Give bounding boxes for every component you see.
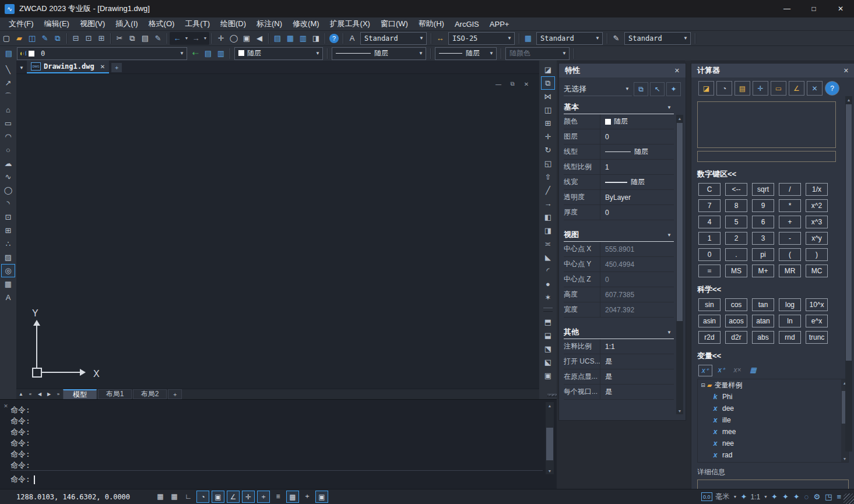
otrack-toggle[interactable]: ∠ xyxy=(227,491,240,503)
chevron-down-icon[interactable]: ▼ xyxy=(184,36,189,40)
undo-button[interactable]: ← xyxy=(171,32,184,45)
plot-button[interactable]: ⊟ xyxy=(69,32,82,45)
command-prompt[interactable]: 命令: xyxy=(10,474,30,485)
layout-tab-模型[interactable]: 模型 xyxy=(63,389,97,400)
sheet-set-button[interactable]: ◨ xyxy=(310,32,322,45)
layer-previous-button[interactable]: ⇠ xyxy=(189,47,202,60)
property-value[interactable]: 随层 xyxy=(600,175,674,189)
construction-line-tool[interactable]: ↗ xyxy=(1,76,15,90)
properties-header[interactable]: 特性 ✕ xyxy=(559,64,686,77)
table-style-combo[interactable]: Standard▼ xyxy=(536,32,603,45)
ellipse-tool[interactable]: ◯ xyxy=(1,184,15,197)
sci-key-abs[interactable]: abs xyxy=(752,331,774,344)
copy-tool[interactable]: ⧉ xyxy=(541,76,555,90)
pan-button[interactable]: ✛ xyxy=(215,32,227,45)
variables-section-title[interactable]: 变量<< xyxy=(697,351,854,361)
numpad-key-5[interactable]: 5 xyxy=(725,216,747,228)
section-header-其他[interactable]: 其他▼ xyxy=(564,326,674,339)
save-all-button[interactable]: ⧉ xyxy=(51,32,64,45)
break-tool[interactable]: ◨ xyxy=(541,224,555,237)
layer-combo[interactable]: ●✳Ω0▼ xyxy=(17,47,187,60)
mtext-tool[interactable]: A xyxy=(1,291,15,304)
edit-variable-button[interactable]: x⁺ xyxy=(715,365,728,375)
calculator-scrollbar[interactable]: ▲ xyxy=(845,96,852,452)
array-tool[interactable]: ⊞ xyxy=(541,117,555,130)
explode-tool[interactable]: ✶ xyxy=(541,291,555,304)
menu-lines-icon[interactable]: ≡ xyxy=(837,492,841,501)
tool-palettes-button[interactable]: ▥ xyxy=(297,32,310,45)
property-value[interactable]: 1 xyxy=(600,160,674,174)
sci-key-sin[interactable]: sin xyxy=(698,298,721,311)
numpad-key-1[interactable]: 1 xyxy=(698,232,721,245)
property-value[interactable]: 2047.392 xyxy=(600,302,674,317)
numpad-key-9[interactable]: 9 xyxy=(752,199,774,212)
numpad-key-6[interactable]: 6 xyxy=(752,216,774,228)
history-button[interactable]: ◔ xyxy=(716,81,732,96)
ellipse-arc-tool[interactable]: ◝ xyxy=(1,197,15,210)
section-header-基本[interactable]: 基本▼ xyxy=(564,101,674,114)
numpad-key-C[interactable]: C xyxy=(698,183,721,196)
publish-button[interactable]: ⊞ xyxy=(95,32,108,45)
units-label[interactable]: 毫米 xyxy=(716,492,730,502)
new-variable-button[interactable]: x⁺ xyxy=(698,365,712,376)
add-layout-button[interactable]: ＋ xyxy=(168,389,182,399)
numpad-key-2[interactable]: 2 xyxy=(725,232,747,245)
linetype-combo[interactable]: 随层▼ xyxy=(332,47,426,60)
property-value[interactable]: 随层 xyxy=(600,144,674,159)
numpad-key-MC[interactable]: MC xyxy=(806,265,828,277)
line-tool[interactable]: ╲ xyxy=(1,63,15,76)
property-value[interactable]: 450.4994 xyxy=(600,257,674,272)
numpad-key-7[interactable]: 7 xyxy=(698,199,721,212)
command-close-icon[interactable]: ✕ xyxy=(2,403,9,410)
property-value[interactable]: 随层 xyxy=(600,114,674,129)
property-value[interactable]: 0 xyxy=(600,205,674,220)
offset-tool[interactable]: ◫ xyxy=(541,103,555,117)
sci-key-acos[interactable]: acos xyxy=(725,315,747,327)
numpad-key-1x[interactable]: 1/x xyxy=(806,183,828,196)
circle-tool[interactable]: ○ xyxy=(1,143,15,157)
break-at-point-tool[interactable]: ◧ xyxy=(541,210,555,224)
numpad-key-0[interactable]: 0 xyxy=(698,248,721,261)
selection-dropdown[interactable]: 无选择 ▼ xyxy=(564,83,632,96)
new-tab-button[interactable]: ＋ xyxy=(111,63,122,72)
chevron-down-icon[interactable]: ▼ xyxy=(202,36,208,40)
calculator-mode-button[interactable]: ▦ xyxy=(747,365,760,375)
draworder-background-tool[interactable]: ▣ xyxy=(541,369,555,382)
annotation-visibility-icon[interactable]: ✦ xyxy=(782,492,789,501)
menu-item-x[interactable]: 扩展工具(X) xyxy=(325,17,375,30)
layout-tab-布局2[interactable]: 布局2 xyxy=(133,389,167,399)
scale-tool[interactable]: ◱ xyxy=(541,157,555,170)
sci-key-atan[interactable]: atan xyxy=(752,315,774,327)
variable-item-rad[interactable]: xrad xyxy=(698,449,848,461)
open-button[interactable]: ▰ xyxy=(13,32,26,45)
drawing-canvas[interactable]: — ⧉ ✕ Y X xyxy=(16,74,539,389)
dynamic-ucs-toggle[interactable]: ＋ xyxy=(257,491,270,503)
first-layout-button[interactable]: « xyxy=(26,390,35,399)
save-button[interactable]: ◫ xyxy=(26,32,38,45)
region-tool[interactable]: ● xyxy=(541,277,555,291)
redo-button[interactable]: → xyxy=(189,32,202,45)
new-file-button[interactable]: ▢ xyxy=(0,32,13,45)
donut-tool[interactable]: ◎ xyxy=(1,264,15,277)
menu-item-m[interactable]: 修改(M) xyxy=(287,17,325,30)
last-layout-button[interactable]: » xyxy=(54,390,63,399)
zoom-realtime-button[interactable]: ◯ xyxy=(227,32,240,45)
numpad-key-[interactable]: . xyxy=(725,248,747,261)
menu-item-e[interactable]: 编辑(E) xyxy=(39,17,75,30)
get-coordinates-button[interactable]: ✛ xyxy=(753,81,768,96)
save-as-button[interactable]: ✎ xyxy=(38,32,51,45)
chevron-down-icon[interactable]: ▼ xyxy=(764,495,768,499)
polygon-tool[interactable]: ⌂ xyxy=(1,103,15,117)
cut-button[interactable]: ✂ xyxy=(113,32,126,45)
numpad-key-sqrt[interactable]: sqrt xyxy=(752,183,774,196)
settings-gear-icon[interactable]: ⚙ xyxy=(813,492,820,501)
dynamic-input-toggle[interactable]: ✛ xyxy=(242,491,255,503)
clear-history-button[interactable]: ◪ xyxy=(698,81,714,96)
scroll-down-icon[interactable]: ▼ xyxy=(546,467,554,474)
layer-manager-button[interactable]: ▤ xyxy=(2,47,15,60)
properties-close-icon[interactable]: ✕ xyxy=(674,67,680,75)
property-value[interactable]: 555.8901 xyxy=(600,242,674,256)
paste-button[interactable]: ▤ xyxy=(139,32,152,45)
layout-menu-button[interactable]: ▲ xyxy=(16,390,26,399)
tree-root-row[interactable]: ⊟▰变量样例 xyxy=(698,379,848,391)
